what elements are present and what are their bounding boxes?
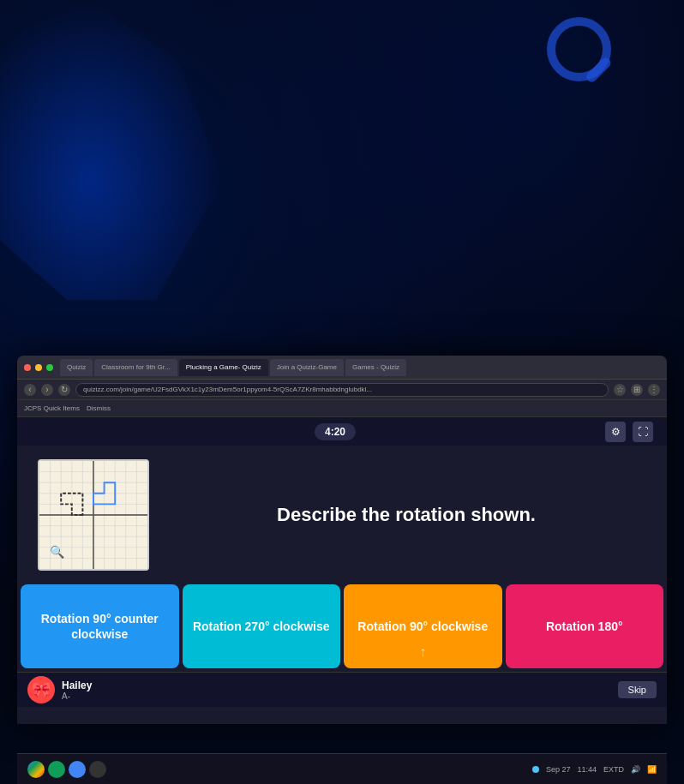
cursor-indicator: ↑ <box>419 643 426 661</box>
browser-window: Quiziz Classroom for 9th Gr... Plucking … <box>17 356 667 724</box>
extensions-button[interactable]: ⊞ <box>631 384 643 396</box>
tab-item[interactable]: Join a Quiziz-Game <box>270 359 344 376</box>
bookmark-dismiss[interactable]: Dismiss <box>87 404 111 412</box>
bookmark-bar: JCPS Quick Items Dismiss <box>17 400 667 417</box>
volume-icon[interactable]: 🔊 <box>631 765 640 774</box>
tab-list: Quiziz Classroom for 9th Gr... Plucking … <box>60 359 660 376</box>
magnifier-decoration <box>538 17 633 111</box>
user-details: Hailey A- <box>62 679 92 701</box>
address-bar-row: ‹ › ↻ quizizz.com/join/game/U2FsdGVkX1c1… <box>17 380 667 400</box>
taskbar-date: Sep 27 <box>546 765 571 774</box>
zoom-icon[interactable]: 🔍 <box>50 545 64 559</box>
fullscreen-icon-btn[interactable]: ⛶ <box>633 422 653 442</box>
forward-button[interactable]: › <box>41 384 53 396</box>
answer-grid: Rotation 90° counter clockwise Rotation … <box>17 584 667 672</box>
answer-btn-1[interactable]: Rotation 270° clockwise <box>183 584 341 668</box>
graph-container[interactable]: 🔍 <box>38 459 149 571</box>
browser-tab-bar: Quiziz Classroom for 9th Gr... Plucking … <box>17 356 667 380</box>
taskbar: Sep 27 11:44 EXTD 🔊 📶 <box>17 753 667 784</box>
tab-item[interactable]: Games - Quiziz <box>345 359 406 376</box>
taskbar-time: 11:44 <box>577 765 597 774</box>
taskbar-icons <box>27 761 106 778</box>
back-button[interactable]: ‹ <box>24 384 36 396</box>
chrome-icon[interactable] <box>27 761 45 778</box>
address-bar[interactable]: quizizz.com/join/game/U2FsdGVkX1c1y23mDe… <box>75 383 609 397</box>
settings-icons: ⚙ ⛶ <box>605 422 653 442</box>
answer-btn-2[interactable]: Rotation 90° clockwise ↑ <box>344 584 502 668</box>
window-controls <box>24 364 53 371</box>
reload-button[interactable]: ↻ <box>58 384 70 396</box>
skip-button[interactable]: Skip <box>618 681 657 698</box>
tab-item[interactable]: Classroom for 9th Gr... <box>94 359 177 376</box>
user-avatar: 🎀 <box>27 676 55 703</box>
tab-item-active[interactable]: Plucking a Game- Quiziz <box>179 359 268 376</box>
taskbar-icon-blue[interactable] <box>69 761 86 778</box>
settings-icon-btn[interactable]: ⚙ <box>605 422 626 442</box>
minimize-button[interactable] <box>35 364 42 371</box>
taskbar-right: Sep 27 11:44 EXTD 🔊 📶 <box>532 765 657 774</box>
question-area: 🔍 Describe the rotation shown. <box>17 446 667 584</box>
menu-button[interactable]: ⋮ <box>648 384 660 396</box>
taskbar-icon-green[interactable] <box>48 761 65 778</box>
bookmark-jcps[interactable]: JCPS Quick Items <box>24 404 80 412</box>
maximize-button[interactable] <box>46 364 53 371</box>
user-bar: 🎀 Hailey A- Skip <box>17 672 667 707</box>
tab-item[interactable]: Quiziz <box>60 359 93 376</box>
quiziz-content: 4:20 ⚙ ⛶ <box>17 417 667 707</box>
user-info: 🎀 Hailey A- <box>27 676 92 703</box>
user-score: A- <box>62 691 92 701</box>
answer-btn-3[interactable]: Rotation 180° <box>506 584 664 668</box>
question-text: Describe the rotation shown. <box>166 504 646 526</box>
avatar-image: 🎀 <box>32 680 51 699</box>
answer-btn-0[interactable]: Rotation 90° counter clockwise <box>21 584 179 668</box>
username: Hailey <box>62 679 92 691</box>
quiziz-topbar: 4:20 ⚙ ⛶ <box>17 417 667 446</box>
wifi-icon[interactable]: 📶 <box>647 765 657 774</box>
taskbar-timezone: EXTD <box>603 765 624 774</box>
taskbar-icon-dark[interactable] <box>89 761 106 778</box>
answer-label-2: Rotation 90° clockwise <box>357 619 488 634</box>
bookmark-button[interactable]: ☆ <box>614 384 626 396</box>
status-indicator <box>532 766 539 773</box>
timer-badge: 4:20 <box>315 423 356 440</box>
close-button[interactable] <box>24 364 31 371</box>
